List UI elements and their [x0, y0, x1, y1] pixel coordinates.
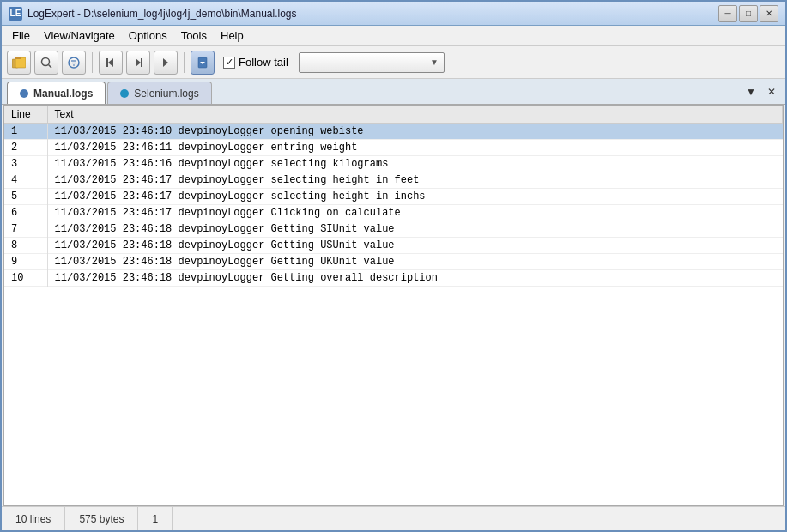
svg-rect-10 — [106, 58, 108, 67]
cell-line-5: 6 — [4, 205, 47, 221]
tabs-close-button[interactable]: ✕ — [763, 83, 780, 100]
table-row[interactable]: 411/03/2015 23:46:17 devpinoyLogger sele… — [4, 172, 783, 189]
app-window: LE LogExpert - D:\selenium_log4j\log4j_d… — [0, 0, 787, 532]
log-viewer: Line Text 111/03/2015 23:46:10 devpinoyL… — [3, 105, 784, 506]
menu-file[interactable]: File — [5, 27, 37, 44]
follow-tail-group: ✓ Follow tail — [223, 56, 288, 69]
cell-line-9: 10 — [4, 270, 47, 287]
column-header-text: Text — [47, 106, 783, 124]
svg-rect-2 — [15, 57, 21, 59]
tab-label-manual: Manual.logs — [33, 88, 93, 100]
cell-text-3: 11/03/2015 23:46:17 devpinoyLogger selec… — [47, 172, 783, 189]
table-row[interactable]: 911/03/2015 23:46:18 devpinoyLogger Gett… — [4, 254, 783, 270]
status-lines: 10 lines — [2, 507, 65, 530]
cell-text-0: 11/03/2015 23:46:10 devpinoyLogger openi… — [47, 124, 783, 140]
tab-icon-selenium — [120, 89, 129, 98]
svg-rect-12 — [141, 58, 142, 67]
menu-help[interactable]: Help — [214, 27, 251, 44]
cell-text-5: 11/03/2015 23:46:17 devpinoyLogger Click… — [47, 205, 783, 221]
app-icon: LE — [9, 7, 22, 21]
cell-line-1: 2 — [4, 140, 47, 156]
cell-line-3: 4 — [4, 172, 47, 189]
search-button[interactable] — [34, 51, 58, 75]
cell-text-1: 11/03/2015 23:46:11 devpinoyLogger entri… — [47, 140, 783, 156]
minimize-button[interactable]: ─ — [718, 5, 737, 22]
table-row[interactable]: 811/03/2015 23:46:18 devpinoyLogger Gett… — [4, 238, 783, 254]
jump-button[interactable] — [154, 51, 178, 75]
bookmark-button[interactable] — [191, 51, 215, 75]
table-row[interactable]: 511/03/2015 23:46:17 devpinoyLogger sele… — [4, 189, 783, 205]
cell-text-4: 11/03/2015 23:46:17 devpinoyLogger selec… — [47, 189, 783, 205]
cell-line-4: 5 — [4, 189, 47, 205]
tabs-controls: ▼ ✕ — [742, 83, 780, 104]
status-bytes: 575 bytes — [65, 507, 138, 530]
table-row[interactable]: 611/03/2015 23:46:17 devpinoyLogger Clic… — [4, 205, 783, 221]
tab-selenium-logs[interactable]: Selenium.logs — [107, 82, 211, 104]
close-button[interactable]: ✕ — [760, 5, 778, 22]
tab-manual-logs[interactable]: Manual.logs — [7, 82, 106, 104]
toolbar-separator-2 — [184, 52, 185, 73]
svg-marker-13 — [163, 58, 168, 67]
table-row[interactable]: 111/03/2015 23:46:10 devpinoyLogger open… — [4, 124, 783, 140]
content-area: Line Text 111/03/2015 23:46:10 devpinoyL… — [2, 105, 785, 506]
table-row[interactable]: 1011/03/2015 23:46:18 devpinoyLogger Get… — [4, 270, 783, 287]
cell-text-6: 11/03/2015 23:46:18 devpinoyLogger Getti… — [47, 221, 783, 238]
table-row[interactable]: 311/03/2015 23:46:16 devpinoyLogger sele… — [4, 156, 783, 172]
svg-marker-11 — [136, 58, 141, 67]
tabs-dropdown-button[interactable]: ▼ — [742, 83, 760, 100]
window-title: LogExpert - D:\selenium_log4j\log4j_demo… — [27, 8, 297, 20]
menu-options[interactable]: Options — [122, 27, 174, 44]
cell-line-7: 8 — [4, 238, 47, 254]
cell-text-7: 11/03/2015 23:46:18 devpinoyLogger Getti… — [47, 238, 783, 254]
cell-line-2: 3 — [4, 156, 47, 172]
follow-tail-checkbox[interactable]: ✓ — [223, 57, 235, 69]
column-header-line: Line — [4, 106, 47, 124]
tabs-bar: Manual.logs Selenium.logs ▼ ✕ — [2, 79, 785, 105]
table-row[interactable]: 211/03/2015 23:46:11 devpinoyLogger entr… — [4, 140, 783, 156]
tab-icon-manual — [20, 89, 28, 98]
toolbar: ✓ Follow tail ▼ — [2, 46, 785, 79]
open-button[interactable] — [7, 51, 31, 75]
maximize-button[interactable]: □ — [739, 5, 758, 22]
cell-text-9: 11/03/2015 23:46:18 devpinoyLogger Getti… — [47, 270, 783, 287]
cell-line-6: 7 — [4, 221, 47, 238]
title-bar: LE LogExpert - D:\selenium_log4j\log4j_d… — [2, 2, 785, 26]
menu-bar: File View/Navigate Options Tools Help — [2, 26, 785, 46]
back-button[interactable] — [99, 51, 123, 75]
cell-text-8: 11/03/2015 23:46:18 devpinoyLogger Getti… — [47, 254, 783, 270]
svg-line-4 — [49, 64, 52, 68]
menu-view-navigate[interactable]: View/Navigate — [37, 27, 122, 44]
status-position: 1 — [138, 507, 173, 530]
table-header: Line Text — [4, 106, 783, 124]
filter-button[interactable] — [62, 51, 86, 75]
cell-line-0: 1 — [4, 124, 47, 140]
toolbar-separator-1 — [92, 52, 93, 73]
title-bar-controls: ─ □ ✕ — [718, 5, 778, 22]
filter-dropdown[interactable]: ▼ — [299, 52, 445, 73]
chevron-down-icon: ▼ — [430, 57, 439, 67]
cell-line-8: 9 — [4, 254, 47, 270]
tabs-list: Manual.logs Selenium.logs — [7, 82, 212, 104]
status-bar: 10 lines 575 bytes 1 — [2, 506, 785, 530]
cell-text-2: 11/03/2015 23:46:16 devpinoyLogger selec… — [47, 156, 783, 172]
table-wrapper[interactable]: Line Text 111/03/2015 23:46:10 devpinoyL… — [4, 106, 783, 505]
title-bar-left: LE LogExpert - D:\selenium_log4j\log4j_d… — [9, 7, 297, 21]
menu-tools[interactable]: Tools — [174, 27, 214, 44]
svg-marker-9 — [108, 58, 113, 67]
forward-button[interactable] — [126, 51, 150, 75]
log-table: Line Text 111/03/2015 23:46:10 devpinoyL… — [4, 106, 783, 287]
tab-label-selenium: Selenium.logs — [134, 88, 198, 100]
table-row[interactable]: 711/03/2015 23:46:18 devpinoyLogger Gett… — [4, 221, 783, 238]
svg-point-3 — [42, 57, 50, 65]
follow-tail-label: Follow tail — [239, 56, 288, 69]
log-table-body: 111/03/2015 23:46:10 devpinoyLogger open… — [4, 124, 783, 287]
